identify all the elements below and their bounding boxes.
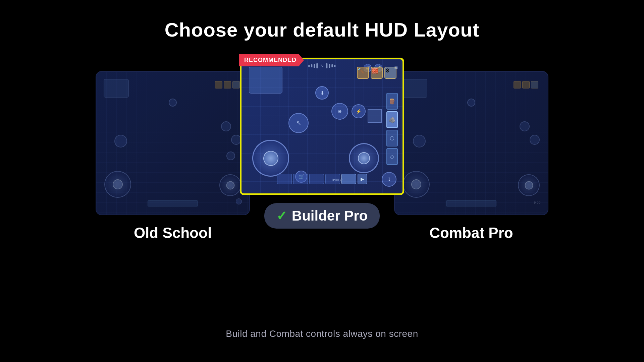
build-btn-4[interactable]: ◇ [386,148,398,165]
combat-run-btn [530,135,540,145]
compass-n: N [320,63,323,68]
pickup-button[interactable]: ⬇ [315,86,329,100]
slot-2[interactable] [293,174,308,184]
timer-display: 0:00 ⏱ [332,178,344,182]
right-joystick-inner [358,152,370,164]
item-icon-2 [224,81,231,88]
aim-button[interactable]: ↖ [288,113,309,133]
signal-bar-1 [308,65,310,67]
signal-bar-8 [334,65,336,67]
square-button[interactable] [368,109,382,123]
top-bar-decoration [215,81,240,88]
page-title: Choose your default HUD Layout [165,18,480,41]
center-top-status: N [308,63,335,68]
pickup-decoration [169,99,177,107]
run-button[interactable]: ⚡ [352,104,366,118]
target-btn-decoration [221,121,231,131]
right-action-buttons: ⊕ ⚡ [331,103,366,120]
signal-bar-4 [316,63,318,68]
left-joystick[interactable] [252,140,289,177]
item-icon-1 [215,81,222,88]
old-school-card[interactable] [96,71,250,215]
builder-pro-name: Builder Pro [292,208,368,224]
left-joystick-inner [263,151,278,166]
builder-pro-wrapper: RECOMMENDED N 🔊 🎤 ≡ [240,58,404,229]
combat-target-btn [520,121,530,131]
signal-bar-5 [326,63,328,68]
layouts-container: Old School RECOMMENDED N 🔊 [0,58,644,229]
slot-bar-decoration [148,200,198,206]
combat-top-bar [514,81,538,88]
combat-left-joystick [403,171,430,198]
build-btn-3[interactable]: ⬡ [386,130,398,146]
slot-3[interactable] [309,174,324,184]
combat-item-2 [522,81,530,88]
signal-bar-3 [314,64,315,68]
extra-btn-decoration [226,152,235,160]
minimap-decoration [104,79,129,98]
slot-arrow[interactable]: ▶ [358,174,367,184]
old-school-inner [96,72,249,215]
signal-bar-7 [332,64,333,67]
aim-btn-decoration [114,135,127,147]
right-joystick-decoration [219,174,241,196]
combat-item-3 [531,81,538,88]
builder-pro-card[interactable]: RECOMMENDED N 🔊 🎤 ≡ [240,58,404,195]
combat-pro-wrapper: 9:00 Combat Pro [394,71,548,215]
builder-pro-label-container: ✓ Builder Pro [264,203,380,229]
combat-item-1 [514,81,521,88]
slot-1[interactable] [277,174,292,184]
item-icon-3 [232,81,240,88]
build-buttons: 🪵 🪨 ⬡ ◇ [386,93,398,165]
layout-description: Build and Combat controls always on scre… [0,328,644,339]
combat-timer: 9:00 [534,201,540,204]
selected-checkmark: ✓ [276,208,287,223]
target-button[interactable]: ⊕ [331,103,348,120]
build-btn-1[interactable]: 🪵 [386,93,398,110]
signal-bar-2 [311,64,312,67]
combat-pro-inner: 9:00 [395,72,548,215]
build-btn-2[interactable]: 🪨 [386,111,398,128]
hammer-icon: 🔨 [357,67,369,79]
combat-minimap [402,79,427,98]
combat-slot-bar [446,200,496,206]
old-school-wrapper: Old School [96,71,250,215]
recommended-badge: RECOMMENDED [239,54,304,66]
combat-pickup [467,99,475,107]
center-item-icons: 🔨 🧱 ⚙ [357,67,396,79]
right-joystick[interactable] [349,143,379,173]
kick-button[interactable]: ⤵ [382,172,396,187]
bottom-slot-bar: ▶ [277,174,367,184]
combat-pro-label: Combat Pro [394,225,548,241]
brick-icon: 🧱 [371,67,383,79]
combat-aim-btn [413,135,426,147]
combat-pro-card[interactable]: 9:00 [394,71,548,215]
combat-right-joystick [518,174,540,196]
signal-bar-6 [329,64,330,68]
center-minimap [249,67,282,94]
old-school-label: Old School [96,225,250,241]
left-joystick-decoration [104,171,131,198]
metal-icon: ⚙ [384,67,396,79]
